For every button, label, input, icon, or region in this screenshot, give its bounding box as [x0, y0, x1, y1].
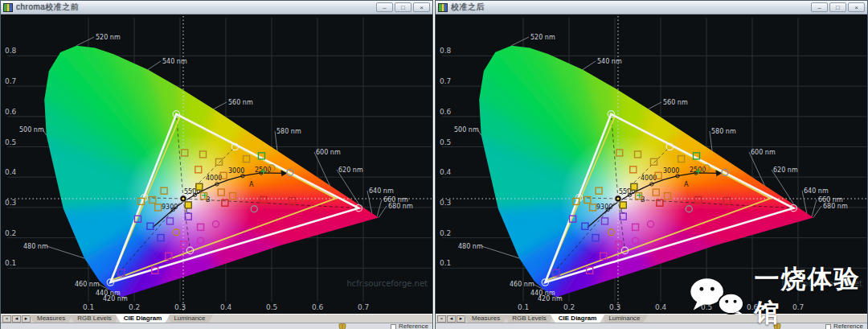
svg-text:420 nm: 420 nm: [538, 295, 563, 302]
svg-text:620 nm: 620 nm: [338, 167, 363, 174]
svg-text:600 nm: 600 nm: [751, 149, 776, 156]
svg-text:480 nm: 480 nm: [23, 243, 48, 250]
svg-text:0.1: 0.1: [5, 259, 16, 267]
svg-text:0.6: 0.6: [312, 303, 324, 311]
svg-text:4000: 4000: [206, 175, 222, 182]
screenshot-root: chroma校准之前 –□× 25003000400055009300ABC 5…: [0, 0, 868, 329]
svg-text:680 nm: 680 nm: [823, 203, 848, 210]
svg-text:640 nm: 640 nm: [804, 187, 829, 195]
svg-text:580 nm: 580 nm: [711, 128, 736, 135]
tabbar-scroll-left-button[interactable]: ◄: [447, 315, 456, 323]
tabs: MeasuresRGB LevelsCIE DiagramLuminance: [33, 315, 214, 323]
svg-text:0.3: 0.3: [609, 303, 620, 311]
close-button[interactable]: ×: [848, 2, 865, 12]
reference-checkbox[interactable]: Reference: [391, 323, 428, 329]
app-icon: [438, 3, 448, 12]
hcfr-site-watermark: hcfr.sourceforge.net: [346, 279, 428, 288]
svg-text:540 nm: 540 nm: [597, 58, 622, 65]
svg-text:460 nm: 460 nm: [75, 281, 100, 288]
tab-cie-diagram[interactable]: CIE Diagram: [551, 315, 605, 323]
titlebar[interactable]: 校准之后 –□×: [436, 1, 867, 14]
tab-cie-diagram[interactable]: CIE Diagram: [116, 315, 170, 323]
tabbar-close-button[interactable]: ×: [437, 315, 446, 323]
white-point-marker: [180, 195, 186, 202]
svg-text:0.7: 0.7: [358, 303, 369, 311]
svg-text:0.3: 0.3: [5, 199, 16, 207]
svg-text:0.2: 0.2: [5, 229, 16, 237]
wechat-icon: [690, 275, 746, 317]
svg-text:620 nm: 620 nm: [773, 167, 798, 174]
svg-text:0.1: 0.1: [83, 303, 94, 311]
minimize-button[interactable]: –: [811, 2, 828, 12]
hcfr-window-before: chroma校准之前 –□× 25003000400055009300ABC 5…: [0, 0, 433, 329]
svg-text:0.2: 0.2: [129, 303, 140, 311]
svg-text:0.8: 0.8: [440, 47, 452, 55]
svg-text:560 nm: 560 nm: [663, 99, 688, 106]
svg-text:480 nm: 480 nm: [458, 243, 483, 250]
svg-text:520 nm: 520 nm: [530, 34, 555, 41]
tab-measures[interactable]: Measures: [464, 315, 508, 323]
svg-text:560 nm: 560 nm: [228, 99, 253, 106]
svg-text:0.2: 0.2: [563, 303, 575, 311]
svg-text:460 nm: 460 nm: [510, 281, 534, 288]
svg-text:0.6: 0.6: [440, 108, 452, 116]
svg-text:0.3: 0.3: [174, 303, 186, 311]
tab-bar: ×◄► MeasuresRGB LevelsCIE DiagramLuminan…: [1, 314, 432, 323]
tabbar-close-button[interactable]: ×: [2, 315, 11, 323]
svg-text:0.1: 0.1: [440, 259, 451, 267]
svg-text:500 nm: 500 nm: [454, 126, 479, 134]
svg-text:0.8: 0.8: [5, 47, 17, 55]
tab-luminance[interactable]: Luminance: [166, 315, 213, 323]
svg-text:600 nm: 600 nm: [316, 149, 341, 156]
svg-text:0.6: 0.6: [5, 108, 17, 116]
status-bar: Reference: [1, 323, 432, 329]
svg-text:0.5: 0.5: [5, 138, 16, 146]
minimize-button[interactable]: –: [376, 2, 393, 12]
white-point-marker: [615, 195, 621, 202]
svg-text:3000: 3000: [228, 167, 244, 175]
svg-text:9300: 9300: [596, 204, 612, 211]
svg-text:520 nm: 520 nm: [96, 34, 121, 41]
tabbar-scroll-right-button[interactable]: ►: [457, 315, 465, 323]
svg-text:B: B: [641, 196, 645, 204]
watermark-text: 一烧体验馆: [754, 262, 868, 329]
svg-text:0.4: 0.4: [440, 168, 452, 176]
svg-text:540 nm: 540 nm: [162, 58, 187, 65]
tabs: MeasuresRGB LevelsCIE DiagramLuminance: [468, 315, 649, 323]
window-title: 校准之后: [451, 2, 808, 13]
tab-nav: ×◄►: [436, 315, 468, 323]
checkbox-box[interactable]: [391, 324, 396, 329]
svg-text:A: A: [684, 181, 689, 188]
reference-label: Reference: [399, 323, 428, 329]
svg-text:9300: 9300: [162, 204, 178, 211]
svg-text:580 nm: 580 nm: [276, 128, 301, 135]
svg-text:420 nm: 420 nm: [103, 295, 128, 302]
tab-rgb-levels[interactable]: RGB Levels: [504, 315, 555, 323]
window-controls: –□×: [376, 2, 430, 12]
shield-icon: [338, 323, 346, 329]
svg-text:500 nm: 500 nm: [19, 126, 44, 134]
svg-text:0.3: 0.3: [440, 199, 451, 207]
svg-text:0.1: 0.1: [518, 303, 529, 311]
cie-chart: 25003000400055009300ABC 520 nm540 nm560 …: [1, 14, 432, 314]
svg-text:0.4: 0.4: [5, 168, 17, 176]
svg-text:0.4: 0.4: [655, 303, 667, 311]
tabbar-scroll-left-button[interactable]: ◄: [12, 315, 21, 323]
tab-luminance[interactable]: Luminance: [600, 315, 648, 323]
tabbar-scroll-right-button[interactable]: ►: [22, 315, 31, 323]
tab-measures[interactable]: Measures: [29, 315, 73, 323]
tab-rgb-levels[interactable]: RGB Levels: [69, 315, 120, 323]
maximize-button[interactable]: □: [395, 2, 411, 12]
svg-text:0.7: 0.7: [440, 77, 451, 85]
titlebar[interactable]: chroma校准之前 –□×: [1, 1, 432, 14]
svg-text:4000: 4000: [641, 175, 657, 182]
close-button[interactable]: ×: [413, 2, 430, 12]
svg-text:0.5: 0.5: [440, 138, 451, 146]
maximize-button[interactable]: □: [829, 2, 846, 12]
svg-text:680 nm: 680 nm: [388, 203, 413, 210]
svg-text:640 nm: 640 nm: [369, 187, 394, 195]
window-controls: –□×: [811, 2, 865, 12]
svg-text:B: B: [206, 196, 211, 204]
tab-nav: ×◄►: [1, 315, 33, 323]
cie-diagram-plot: 25003000400055009300ABC 520 nm540 nm560 …: [1, 14, 432, 314]
